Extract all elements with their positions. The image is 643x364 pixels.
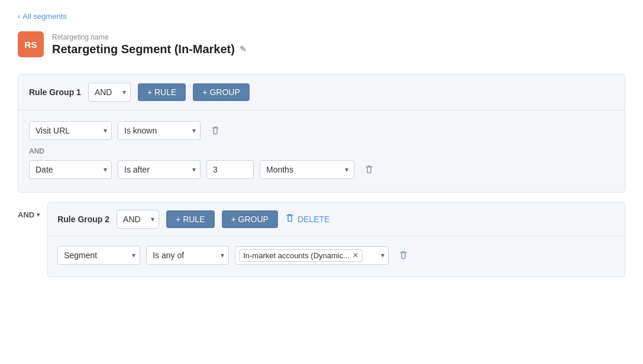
rule-group-1-add-rule[interactable]: + RULE <box>138 83 186 101</box>
date-field-wrapper: Date Visit URL Segment ▾ <box>29 160 112 179</box>
header-text: Retargeting name Retargeting Segment (In… <box>52 33 247 56</box>
back-link[interactable]: ‹ All segments <box>18 12 625 21</box>
retargeting-label: Retargeting name <box>52 33 247 41</box>
rule-2-trash-icon[interactable] <box>360 161 378 178</box>
segment-field-select[interactable]: Segment Visit URL Date <box>57 246 140 265</box>
is-any-of-wrapper: Is any of Is none of Is all of ▾ <box>146 246 229 265</box>
outer-and-text: AND <box>18 210 34 219</box>
delete-trash-icon <box>285 213 295 226</box>
rule-group-1-operator-wrapper: AND OR ▾ <box>88 83 131 102</box>
page-title: Retargeting Segment (In-Market) ✎ <box>52 43 247 56</box>
rule-group-2-delete-button[interactable]: DELETE <box>285 213 329 226</box>
is-known-condition-select[interactable]: Is known Is not known Is equal to <box>118 121 201 140</box>
header-section: RS Retargeting name Retargeting Segment … <box>18 31 625 57</box>
tag-select-arrow[interactable]: ▾ <box>381 251 384 259</box>
rule-group-2-header: Rule Group 2 AND OR ▾ + RULE + GROUP <box>48 203 625 236</box>
rule-group-2-add-rule[interactable]: + RULE <box>166 210 214 228</box>
rule-group-2-operator-wrapper: AND OR ▾ <box>117 210 159 229</box>
outer-and-badge: AND ▾ <box>18 202 40 219</box>
back-chevron: ‹ <box>18 12 20 21</box>
rule-row-2: Date Visit URL Segment ▾ Is after Is bef… <box>29 160 614 179</box>
rule-group-2-title: Rule Group 2 <box>57 214 109 224</box>
months-select[interactable]: Months Days Weeks Years <box>260 160 354 179</box>
rule-group-2: Rule Group 2 AND OR ▾ + RULE + GROUP <box>47 202 625 277</box>
is-after-condition-wrapper: Is after Is before Is equal to ▾ <box>118 160 201 179</box>
is-any-of-select[interactable]: Is any of Is none of Is all of <box>146 246 229 265</box>
rule-1-trash-icon[interactable] <box>206 122 224 139</box>
edit-icon[interactable]: ✎ <box>240 44 247 54</box>
is-after-condition-select[interactable]: Is after Is before Is equal to <box>118 160 201 179</box>
and-connector-label: AND <box>29 142 614 160</box>
rule-group-2-add-group[interactable]: + GROUP <box>222 210 278 228</box>
tag-label: In-market accounts (Dynamic... <box>243 251 350 260</box>
tag-remove-icon[interactable]: ✕ <box>353 251 358 259</box>
date-number-input[interactable]: 3 <box>206 160 254 179</box>
is-known-condition-wrapper: Is known Is not known Is equal to ▾ <box>118 121 201 140</box>
rule-group-1: Rule Group 1 AND OR ▾ + RULE + GROUP Vis… <box>18 74 625 193</box>
rule-row-1: Visit URL Date Segment ▾ Is known Is not… <box>29 121 614 140</box>
visit-url-field-wrapper: Visit URL Date Segment ▾ <box>29 121 112 140</box>
visit-url-field-select[interactable]: Visit URL Date Segment <box>29 121 112 140</box>
rule-group-1-body: Visit URL Date Segment ▾ Is known Is not… <box>18 110 625 192</box>
outer-and-chevron[interactable]: ▾ <box>37 211 40 219</box>
page-container: ‹ All segments RS Retargeting name Retar… <box>0 0 643 364</box>
rule-group-1-operator[interactable]: AND OR <box>88 83 131 102</box>
tag-select-wrapper[interactable]: In-market accounts (Dynamic... ✕ ▾ <box>235 246 389 265</box>
back-label: All segments <box>22 12 66 21</box>
rule-group-2-body: Segment Visit URL Date ▾ Is any of Is no… <box>48 236 625 277</box>
rule-group-1-add-group[interactable]: + GROUP <box>193 83 249 101</box>
rule-group-1-title: Rule Group 1 <box>29 87 81 97</box>
months-select-wrapper: Months Days Weeks Years ▾ <box>260 160 354 179</box>
rule-group-2-operator[interactable]: AND OR <box>117 210 159 229</box>
segment-field-wrapper: Segment Visit URL Date ▾ <box>57 246 140 265</box>
outer-and-row: AND ▾ Rule Group 2 AND OR ▾ + RULE + GRO… <box>18 202 625 277</box>
page-title-text: Retargeting Segment (In-Market) <box>52 43 235 56</box>
delete-label: DELETE <box>298 214 329 224</box>
tag-item: In-market accounts (Dynamic... ✕ <box>239 249 363 262</box>
rule-group-2-rule-row: Segment Visit URL Date ▾ Is any of Is no… <box>57 246 615 265</box>
rule-group-2-rule-trash-icon[interactable] <box>395 246 412 264</box>
avatar: RS <box>18 31 44 57</box>
date-field-select[interactable]: Date Visit URL Segment <box>29 160 112 179</box>
rule-group-1-header: Rule Group 1 AND OR ▾ + RULE + GROUP <box>18 74 625 110</box>
